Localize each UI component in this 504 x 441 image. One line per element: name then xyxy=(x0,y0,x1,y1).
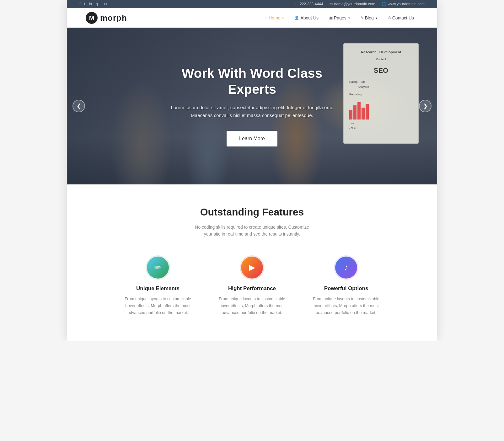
edit-icon: ✏ xyxy=(154,263,161,272)
email-info: ✉ demo@yourdomain.com xyxy=(330,2,375,6)
performance-desc: From unique layouts to customizable hove… xyxy=(217,295,287,316)
nav-home[interactable]: ⌂ Home ▾ xyxy=(261,13,288,23)
social-facebook[interactable]: f xyxy=(79,2,80,6)
options-icon-wrap: ♪ xyxy=(335,257,357,279)
website-info: 🌐 www.yourdomain.com xyxy=(382,2,425,6)
phone-icon: 📞 xyxy=(293,2,298,6)
unique-elements-icon-wrap: ✏ xyxy=(147,257,169,279)
chevron-left-icon: ❮ xyxy=(77,103,81,109)
feature-unique-elements: ✏ Unique Elements From unique layouts to… xyxy=(123,257,192,316)
hero-content: Work With Word Class Experts Lorem ipsum… xyxy=(158,66,346,146)
feature-options: ♪ Powerful Options From unique layouts t… xyxy=(312,257,381,316)
home-icon: ⌂ xyxy=(265,16,267,20)
globe-icon: 🌐 xyxy=(382,2,386,6)
hero-description: Lorem ipsum dolor sit amet, consectetur … xyxy=(164,104,340,120)
nav-about[interactable]: 👤 About Us xyxy=(290,13,323,23)
page-wrapper: f t in g+ ✉ 📞 222-333-4444 ✉ demo@yourdo… xyxy=(67,0,437,341)
phone-number: 222-333-4444 xyxy=(300,2,323,6)
phone-info: 📞 222-333-4444 xyxy=(293,2,323,6)
unique-elements-desc: From unique layouts to customizable hove… xyxy=(123,295,192,316)
nav-about-label: About Us xyxy=(300,15,319,20)
options-desc: From unique layouts to customizable hove… xyxy=(312,295,381,316)
about-icon: 👤 xyxy=(294,16,299,20)
slider-prev-arrow[interactable]: ❮ xyxy=(72,100,85,112)
top-bar: f t in g+ ✉ 📞 222-333-4444 ✉ demo@yourdo… xyxy=(67,0,437,8)
contact-icon: ✆ xyxy=(388,16,391,20)
unique-elements-name: Unique Elements xyxy=(123,285,192,292)
chevron-right-icon: ❯ xyxy=(423,103,428,109)
contact-info: 📞 222-333-4444 ✉ demo@yourdomain.com 🌐 w… xyxy=(293,2,425,6)
blog-icon: ✎ xyxy=(361,16,364,20)
nav-blog-label: Blog xyxy=(365,15,374,20)
logo[interactable]: M morph xyxy=(86,12,127,24)
logo-icon: M xyxy=(86,12,98,24)
social-email[interactable]: ✉ xyxy=(104,2,107,6)
website-url: www.yourdomain.com xyxy=(388,2,425,6)
social-twitter[interactable]: t xyxy=(84,2,85,6)
features-grid: ✏ Unique Elements From unique layouts to… xyxy=(79,257,425,316)
features-section: Outstanding Features No coding skills re… xyxy=(67,184,437,341)
performance-name: Hight Performance xyxy=(217,285,287,292)
social-linkedin[interactable]: in xyxy=(89,2,92,6)
nav-pages[interactable]: ▣ Pages ▾ xyxy=(325,13,354,23)
pages-caret: ▾ xyxy=(348,16,350,20)
blog-caret: ▾ xyxy=(376,16,377,20)
social-googleplus[interactable]: g+ xyxy=(96,2,100,6)
hero-title: Work With Word Class Experts xyxy=(164,66,340,97)
slider-next-arrow[interactable]: ❯ xyxy=(419,100,432,112)
whiteboard: Research Development Content SEO Rating … xyxy=(343,43,419,144)
logo-letter: M xyxy=(89,14,94,22)
pages-icon: ▣ xyxy=(329,16,333,20)
music-icon: ♪ xyxy=(344,263,348,272)
feature-performance: ▶ Hight Performance From unique layouts … xyxy=(217,257,287,316)
features-title: Outstanding Features xyxy=(79,206,425,218)
nav-contact[interactable]: ✆ Contact Us xyxy=(383,13,418,23)
play-icon: ▶ xyxy=(249,263,255,272)
header: M morph ⌂ Home ▾ 👤 About Us ▣ Pages ▾ ✎ … xyxy=(67,8,437,28)
performance-icon-wrap: ▶ xyxy=(241,257,263,279)
main-nav: ⌂ Home ▾ 👤 About Us ▣ Pages ▾ ✎ Blog ▾ ✆… xyxy=(261,13,418,23)
nav-home-label: Home xyxy=(269,15,280,20)
hero-slider: Research Development Content SEO Rating … xyxy=(67,28,437,184)
email-icon: ✉ xyxy=(330,2,333,6)
nav-blog[interactable]: ✎ Blog ▾ xyxy=(356,13,382,23)
nav-contact-label: Contact Us xyxy=(392,15,414,20)
options-name: Powerful Options xyxy=(312,285,381,292)
features-subtitle: No coding skills required to create uniq… xyxy=(192,224,312,238)
social-links: f t in g+ ✉ xyxy=(79,2,107,6)
brand-name: morph xyxy=(100,13,127,23)
learn-more-button[interactable]: Learn More xyxy=(227,131,277,146)
email-address: demo@yourdomain.com xyxy=(334,2,375,6)
nav-pages-label: Pages xyxy=(334,15,346,20)
home-caret: ▾ xyxy=(282,16,284,20)
